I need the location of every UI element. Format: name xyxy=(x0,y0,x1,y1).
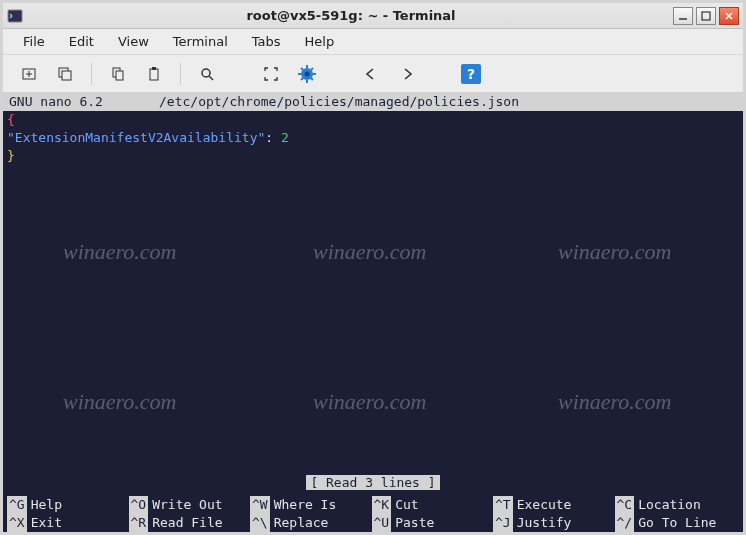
shortcut-key: ^/ xyxy=(615,514,635,532)
shortcut-label: Where Is xyxy=(274,496,337,514)
shortcut-label: Help xyxy=(31,496,62,514)
terminal-area[interactable]: GNU nano 6.2 /etc/opt/chrome/policies/ma… xyxy=(3,93,743,532)
watermark: winaero.com xyxy=(63,393,176,411)
search-button[interactable] xyxy=(191,60,223,88)
shortcut-key: ^X xyxy=(7,514,27,532)
watermark: winaero.com xyxy=(63,243,176,261)
new-tab-button[interactable] xyxy=(13,60,45,88)
shortcut-key: ^G xyxy=(7,496,27,514)
menu-terminal[interactable]: Terminal xyxy=(163,31,238,52)
settings-button[interactable] xyxy=(291,60,323,88)
watermark: winaero.com xyxy=(313,243,426,261)
svg-rect-2 xyxy=(702,12,710,20)
copy-button[interactable] xyxy=(102,60,134,88)
close-button[interactable] xyxy=(719,7,739,25)
shortcut-key: ^R xyxy=(129,514,149,532)
watermark: winaero.com xyxy=(558,243,671,261)
terminal-window: root@vx5-591g: ~ - Terminal File Edit Vi… xyxy=(0,0,746,535)
minimize-button[interactable] xyxy=(673,7,693,25)
shortcut-key: ^O xyxy=(129,496,149,514)
shortcut-label: Go To Line xyxy=(638,514,716,532)
shortcut-key: ^C xyxy=(615,496,635,514)
svg-line-25 xyxy=(301,78,303,80)
menu-file[interactable]: File xyxy=(13,31,55,52)
shortcut-label: Exit xyxy=(31,514,62,532)
shortcut-key: ^W xyxy=(250,496,270,514)
svg-line-22 xyxy=(301,68,303,70)
menu-edit[interactable]: Edit xyxy=(59,31,104,52)
shortcut-key: ^J xyxy=(493,514,513,532)
shortcut-row: ^GHelp ^OWrite Out ^WWhere Is ^KCut ^TEx… xyxy=(3,496,743,514)
shortcut-label: Write Out xyxy=(152,496,222,514)
shortcut-row: ^XExit ^RRead File ^\Replace ^UPaste ^JJ… xyxy=(3,514,743,532)
watermark: winaero.com xyxy=(313,393,426,411)
shortcut-label: Read File xyxy=(152,514,222,532)
shortcut-label: Paste xyxy=(395,514,434,532)
new-window-button[interactable] xyxy=(49,60,81,88)
menu-view[interactable]: View xyxy=(108,31,159,52)
svg-rect-9 xyxy=(62,71,71,80)
titlebar: root@vx5-591g: ~ - Terminal xyxy=(3,3,743,29)
svg-rect-12 xyxy=(150,69,158,80)
shortcut-label: Cut xyxy=(395,496,418,514)
svg-line-23 xyxy=(311,78,313,80)
nano-shortcuts: ^GHelp ^OWrite Out ^WWhere Is ^KCut ^TEx… xyxy=(3,496,743,532)
app-icon xyxy=(7,8,23,24)
forward-button[interactable] xyxy=(391,60,423,88)
svg-point-17 xyxy=(305,71,310,76)
watermark: winaero.com xyxy=(558,393,671,411)
back-button[interactable] xyxy=(355,60,387,88)
shortcut-key: ^U xyxy=(372,514,392,532)
shortcut-label: Replace xyxy=(274,514,329,532)
menu-tabs[interactable]: Tabs xyxy=(242,31,291,52)
content-line: } xyxy=(3,147,743,165)
menu-help[interactable]: Help xyxy=(295,31,345,52)
nano-status: [ Read 3 lines ] xyxy=(3,474,743,492)
nano-filename: /etc/opt/chrome/policies/managed/policie… xyxy=(159,93,737,111)
svg-line-15 xyxy=(209,76,213,80)
content-line: "ExtensionManifestV2Availability": 2 xyxy=(3,129,743,147)
svg-line-24 xyxy=(311,68,313,70)
window-title: root@vx5-591g: ~ - Terminal xyxy=(29,8,673,23)
terminal-scrollbar[interactable] xyxy=(731,111,743,474)
svg-point-14 xyxy=(202,69,210,77)
menubar: File Edit View Terminal Tabs Help xyxy=(3,29,743,55)
window-controls xyxy=(673,7,739,25)
shortcut-key: ^K xyxy=(372,496,392,514)
shortcut-key: ^T xyxy=(493,496,513,514)
toolbar-separator xyxy=(91,63,92,85)
shortcut-key: ^\ xyxy=(250,514,270,532)
shortcut-label: Execute xyxy=(517,496,572,514)
maximize-button[interactable] xyxy=(696,7,716,25)
svg-text:?: ? xyxy=(467,66,475,82)
toolbar: ? xyxy=(3,55,743,93)
svg-rect-0 xyxy=(8,10,22,22)
content-line: { xyxy=(3,111,743,129)
toolbar-separator xyxy=(180,63,181,85)
nano-app-version: GNU nano 6.2 xyxy=(9,93,159,111)
svg-rect-13 xyxy=(152,67,156,70)
shortcut-label: Location xyxy=(638,496,701,514)
shortcut-label: Justify xyxy=(517,514,572,532)
help-button[interactable]: ? xyxy=(455,60,487,88)
svg-rect-11 xyxy=(116,71,123,80)
nano-titlebar: GNU nano 6.2 /etc/opt/chrome/policies/ma… xyxy=(3,93,743,111)
paste-button[interactable] xyxy=(138,60,170,88)
fullscreen-button[interactable] xyxy=(255,60,287,88)
